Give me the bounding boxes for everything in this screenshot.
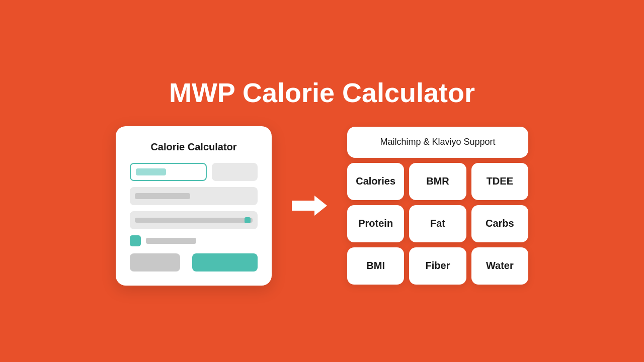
name-input[interactable] [130,163,207,181]
calculate-button[interactable] [192,253,258,272]
calculator-card: Calorie Calculator [116,126,272,286]
feature-calories: Calories [347,163,404,200]
unit-input[interactable] [212,163,258,181]
slider-row[interactable] [130,211,258,229]
features-grid: Calories BMR TDEE Protein Fat Carbs BMI … [347,163,528,285]
age-input[interactable] [130,187,258,205]
arrow-container [292,193,327,218]
slider-dot [245,217,251,223]
feature-bmi: BMI [347,247,404,285]
button-row [130,253,258,272]
checkbox-label [146,238,196,244]
card-title: Calorie Calculator [130,141,258,153]
checkbox-row [130,235,258,246]
input-row-1 [130,163,258,181]
right-panel: Mailchimp & Klaviyo Support Calories BMR… [347,127,528,284]
feature-water: Water [471,247,528,285]
checkbox[interactable] [130,235,141,246]
feature-fat: Fat [409,205,466,242]
feature-tdee: TDEE [471,163,528,200]
page-title: MWP Calorie Calculator [169,77,475,108]
feature-carbs: Carbs [471,205,528,242]
svg-marker-0 [292,196,327,216]
feature-fiber: Fiber [409,247,466,285]
reset-button[interactable] [130,253,180,272]
name-input-fill [136,168,166,175]
feature-bmr: BMR [409,163,466,200]
slider-track [135,218,253,223]
age-fill [135,193,190,199]
feature-protein: Protein [347,205,404,242]
main-content: Calorie Calculator [116,126,528,286]
arrow-icon [292,193,327,218]
mailchimp-banner: Mailchimp & Klaviyo Support [347,127,528,157]
